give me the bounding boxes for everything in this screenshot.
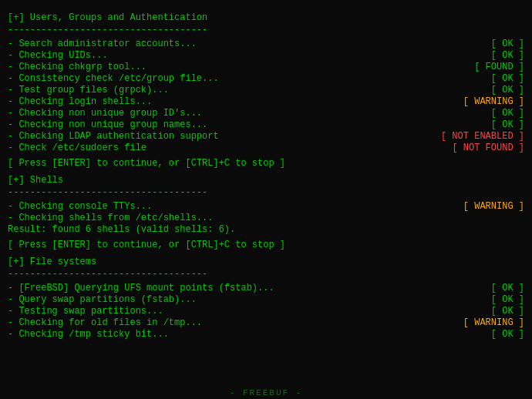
watermark: - FREEBUF - bbox=[0, 388, 532, 397]
line-swap-partitions-fstab: - Query swap partitions (fstab)... [ OK … bbox=[8, 294, 524, 305]
line-checking-uids: - Checking UIDs... [ OK ] bbox=[8, 50, 524, 61]
line-console-ttys: - Checking console TTYs... [ WARNING ] bbox=[8, 201, 524, 212]
line-tmp-sticky-bit: - Checking /tmp sticky bit... [ OK ] bbox=[8, 329, 524, 340]
press-enter-1: [ Press [ENTER] to continue, or [CTRL]+C… bbox=[8, 158, 524, 169]
line-old-files-tmp: - Checking for old files in /tmp... [ WA… bbox=[8, 317, 524, 328]
section-shells: [+] Shells -----------------------------… bbox=[8, 175, 524, 250]
line-checking-chkgrp: - Checking chkgrp tool... [ FOUND ] bbox=[8, 62, 524, 72]
line-shells-result: Result: found 6 shells (valid shells: 6)… bbox=[8, 224, 524, 235]
line-search-admin: - Search administrator accounts... [ OK … bbox=[8, 39, 524, 49]
line-testing-swap: - Testing swap partitions... [ OK ] bbox=[8, 306, 524, 317]
terminal-output: [+] Users, Groups and Authentication ---… bbox=[8, 12, 524, 340]
section-filesystems-divider: ------------------------------------ bbox=[8, 269, 524, 280]
line-test-group-files: - Test group files (grpck)... [ OK ] bbox=[8, 85, 524, 96]
section-shells-header: [+] Shells bbox=[8, 175, 524, 186]
section-shells-divider: ------------------------------------ bbox=[8, 187, 524, 198]
section-users: [+] Users, Groups and Authentication ---… bbox=[8, 12, 524, 169]
line-sudoers: - Check /etc/sudoers file [ NOT FOUND ] bbox=[8, 142, 524, 153]
section-filesystems-header: [+] File systems bbox=[8, 256, 524, 267]
line-non-unique-gname: - Checking non unique group names... [ O… bbox=[8, 119, 524, 130]
line-non-unique-gid: - Checking non unique group ID's... [ OK… bbox=[8, 108, 524, 119]
section-filesystems: [+] File systems -----------------------… bbox=[8, 256, 524, 340]
section-users-header: [+] Users, Groups and Authentication bbox=[8, 12, 524, 23]
line-checking-login-shells: - Checking login shells... [ WARNING ] bbox=[8, 96, 524, 107]
line-checking-shells: - Checking shells from /etc/shells... bbox=[8, 213, 524, 223]
press-enter-2: [ Press [ENTER] to continue, or [CTRL]+C… bbox=[8, 240, 524, 250]
line-ldap-auth: - Checking LDAP authentication support [… bbox=[8, 131, 524, 142]
section-users-divider: ------------------------------------ bbox=[8, 25, 524, 35]
line-freebsd-ufs: - [FreeBSD] Querying UFS mount points (f… bbox=[8, 283, 524, 293]
line-consistency-check: - Consistency check /etc/group file... [… bbox=[8, 73, 524, 84]
